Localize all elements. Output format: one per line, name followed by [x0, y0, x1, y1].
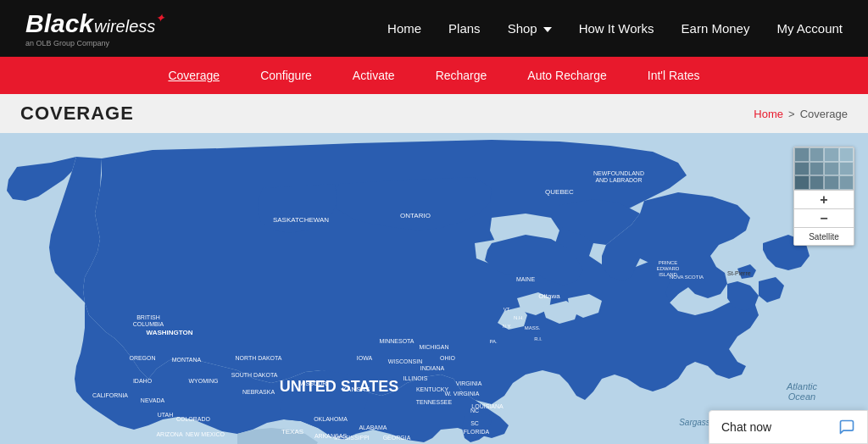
nav-how-it-works[interactable]: How It Works — [579, 21, 654, 36]
svg-text:BRITISH: BRITISH — [136, 314, 160, 320]
svg-text:NORTH DAKOTA: NORTH DAKOTA — [236, 355, 282, 361]
svg-text:OREGON: OREGON — [129, 355, 155, 361]
chat-widget[interactable]: Chat now — [709, 410, 868, 444]
nav-home[interactable]: Home — [387, 21, 421, 36]
svg-text:MINNESOTA: MINNESOTA — [379, 338, 414, 344]
svg-text:W. VIRGINIA: W. VIRGINIA — [445, 391, 480, 397]
svg-text:CALIFORNIA: CALIFORNIA — [92, 392, 128, 398]
svg-text:COLUMBIA: COLUMBIA — [133, 321, 164, 327]
zoom-out-button[interactable]: − — [794, 209, 854, 228]
svg-text:WISCONSIN: WISCONSIN — [388, 358, 422, 364]
sec-nav-recharge[interactable]: Recharge — [432, 69, 491, 82]
svg-text:ALABAMA: ALABAMA — [359, 425, 387, 430]
sec-nav-auto-recharge[interactable]: Auto Recharge — [524, 69, 609, 82]
svg-text:NEWFOUNDLAND: NEWFOUNDLAND — [593, 170, 644, 176]
svg-text:UNITED STATES: UNITED STATES — [280, 378, 398, 395]
svg-text:MAINE: MAINE — [516, 276, 536, 282]
chat-icon — [838, 419, 855, 436]
svg-text:WYOMING: WYOMING — [189, 378, 219, 384]
svg-text:IDAHO: IDAHO — [133, 378, 153, 384]
map-controls: + − Satellite — [793, 147, 854, 246]
svg-text:WASHINGTON: WASHINGTON — [147, 329, 193, 336]
chat-label: Chat now — [721, 420, 771, 434]
sec-nav-configure[interactable]: Configure — [257, 69, 315, 82]
svg-text:TEXAS: TEXAS — [281, 428, 303, 436]
satellite-label[interactable]: Satellite — [794, 228, 854, 245]
svg-text:PRINCE: PRINCE — [659, 260, 678, 265]
svg-text:R.I.: R.I. — [534, 336, 542, 341]
svg-text:MICHIGAN: MICHIGAN — [420, 344, 449, 350]
breadcrumb: Home > Coverage — [754, 108, 848, 120]
svg-text:ARIZONA: ARIZONA — [156, 431, 182, 437]
atlantic-ocean-label: AtlanticOcean — [787, 381, 817, 402]
svg-text:St-Pierre: St-Pierre — [727, 270, 751, 276]
map-svg: WASHINGTON OREGON IDAHO WYOMING MONTANA … — [0, 133, 868, 444]
nav-links: Home Plans Shop How It Works Earn Money … — [387, 21, 843, 36]
logo-black: Black — [25, 9, 93, 38]
svg-text:ONTARIO: ONTARIO — [400, 212, 431, 219]
shop-chevron-down-icon — [543, 27, 552, 32]
svg-text:TENNESSEE: TENNESSEE — [416, 399, 453, 405]
svg-text:NEW MEXICO: NEW MEXICO — [186, 431, 225, 437]
svg-text:IOWA: IOWA — [357, 355, 373, 361]
secondary-navigation: Coverage Configure Activate Recharge Aut… — [0, 57, 868, 94]
svg-text:COLORADO: COLORADO — [176, 416, 211, 422]
sec-nav-intl-rates[interactable]: Int'l Rates — [644, 69, 704, 82]
svg-text:VT.: VT. — [504, 307, 511, 312]
top-navigation: Black wireless✦ an OLB Group Company Hom… — [0, 0, 868, 57]
zoom-in-button[interactable]: + — [794, 191, 854, 209]
nav-plans[interactable]: Plans — [448, 21, 481, 36]
svg-text:QUEBEC: QUEBEC — [545, 188, 574, 196]
svg-text:MASS.: MASS. — [525, 325, 541, 330]
breadcrumb-separator: > — [788, 108, 795, 120]
sec-nav-coverage[interactable]: Coverage — [164, 69, 223, 82]
breadcrumb-bar: COVERAGE Home > Coverage — [0, 94, 868, 133]
map-thumbnail — [794, 147, 854, 190]
svg-text:OKLAHOMA: OKLAHOMA — [314, 416, 348, 422]
svg-text:SC: SC — [470, 420, 479, 426]
svg-text:UTAH: UTAH — [158, 412, 174, 418]
svg-text:OHIO: OHIO — [440, 355, 455, 361]
breadcrumb-home-link[interactable]: Home — [754, 108, 783, 120]
svg-text:VIRGINIA: VIRGINIA — [456, 380, 482, 386]
svg-text:N.H.: N.H. — [514, 315, 524, 320]
svg-text:FLORIDA: FLORIDA — [464, 429, 490, 435]
nav-earn-money[interactable]: Earn Money — [682, 21, 750, 36]
nav-my-account[interactable]: My Account — [776, 21, 843, 36]
svg-text:MONTANA: MONTANA — [172, 357, 202, 363]
svg-text:NEVADA: NEVADA — [141, 397, 165, 403]
logo[interactable]: Black wireless✦ an OLB Group Company — [25, 9, 165, 47]
svg-text:PA.: PA. — [489, 339, 498, 344]
svg-text:LOUISIANA: LOUISIANA — [471, 403, 504, 409]
svg-text:NEBRASKA: NEBRASKA — [242, 389, 275, 395]
breadcrumb-current: Coverage — [800, 108, 848, 120]
svg-text:GEORGIA: GEORGIA — [383, 435, 411, 441]
svg-text:ISLAND: ISLAND — [659, 272, 677, 277]
coverage-map[interactable]: WASHINGTON OREGON IDAHO WYOMING MONTANA … — [0, 133, 868, 444]
svg-text:N.Y.: N.Y. — [503, 324, 512, 329]
svg-text:AND LABRADOR: AND LABRADOR — [595, 177, 642, 183]
svg-text:SOUTH DAKOTA: SOUTH DAKOTA — [231, 372, 278, 378]
page-title: COVERAGE — [20, 103, 134, 125]
svg-text:ARKANSAS: ARKANSAS — [314, 433, 347, 439]
logo-wireless: wireless✦ — [94, 14, 165, 36]
svg-text:ILLINOIS: ILLINOIS — [403, 375, 428, 381]
svg-text:INDIANA: INDIANA — [420, 365, 445, 371]
svg-text:EDWARD: EDWARD — [657, 266, 680, 271]
svg-text:SASKATCHEWAN: SASKATCHEWAN — [273, 216, 329, 224]
nav-shop[interactable]: Shop — [508, 21, 552, 36]
svg-text:Ottawa: Ottawa — [538, 292, 560, 300]
logo-tagline: an OLB Group Company — [25, 39, 165, 47]
sec-nav-activate[interactable]: Activate — [349, 69, 398, 82]
